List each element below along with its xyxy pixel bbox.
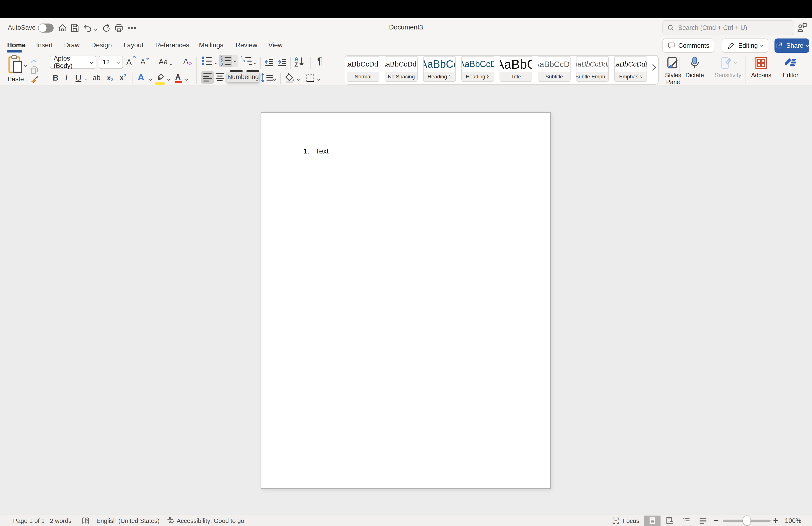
text-effects-dropdown-icon[interactable]: [149, 77, 152, 81]
strikethrough-button[interactable]: ab: [92, 74, 100, 82]
paste-dropdown-icon[interactable]: [24, 63, 27, 68]
focus-label[interactable]: Focus: [623, 517, 639, 525]
outline-view-button[interactable]: [679, 515, 695, 526]
zoom-out-button[interactable]: −: [714, 515, 719, 526]
spellcheck-icon[interactable]: [81, 516, 90, 526]
print-layout-view-button[interactable]: [644, 515, 661, 526]
show-paragraph-marks-button[interactable]: ¶: [317, 56, 322, 66]
change-case-button[interactable]: Aa: [159, 57, 168, 66]
change-case-dropdown-icon[interactable]: [170, 62, 172, 66]
dictate-mic-icon: [689, 56, 701, 70]
highlight-dropdown-icon[interactable]: [168, 77, 170, 81]
search-box[interactable]: [663, 20, 794, 35]
zoom-slider-thumb[interactable]: [743, 515, 751, 526]
shrink-font-button[interactable]: A: [141, 57, 145, 66]
tab-design[interactable]: Design: [91, 41, 112, 49]
decrease-indent-icon[interactable]: [264, 57, 274, 67]
comment-bubble-icon: [667, 42, 676, 49]
small-divider: [310, 57, 310, 69]
sort-button[interactable]: A Z: [294, 56, 304, 68]
copy-icon[interactable]: [30, 66, 39, 75]
comments-button[interactable]: Comments: [663, 39, 714, 53]
increase-indent-icon[interactable]: [277, 57, 287, 67]
style-no-spacing[interactable]: AaBbCcDdENo Spacing: [385, 56, 418, 82]
bullets-dropdown-icon[interactable]: [215, 61, 217, 65]
borders-button[interactable]: [305, 73, 315, 83]
style-subtitle[interactable]: AaBbCcDdSubtitle: [538, 56, 570, 82]
style-subtle-emphasis[interactable]: AaBbCcDdESubtle Emph...: [576, 56, 609, 82]
accessibility-status[interactable]: Accessibility: Good to go: [177, 517, 244, 525]
bold-button[interactable]: B: [53, 73, 59, 83]
search-icon: [667, 24, 675, 32]
share-label: Share: [786, 42, 803, 49]
zoom-level[interactable]: 100%: [785, 517, 801, 525]
font-color-button[interactable]: A: [175, 73, 181, 82]
borders-dropdown-icon[interactable]: [318, 77, 320, 81]
style-heading-2[interactable]: AaBbCcDHeading 2: [461, 56, 494, 82]
paste-button[interactable]: [8, 55, 23, 74]
word-count[interactable]: 2 words: [50, 517, 71, 525]
editor-icon: [784, 56, 798, 70]
align-left-button-selected[interactable]: [201, 71, 214, 84]
style-emphasis[interactable]: AaBbCcDdEEmphasis: [614, 56, 647, 82]
numbered-list-line[interactable]: 1. Text: [303, 147, 329, 155]
line-spacing-dropdown-icon[interactable]: [274, 77, 276, 81]
superscript-button[interactable]: x2: [120, 73, 126, 82]
editor-button[interactable]: Editor: [779, 56, 802, 79]
group-divider: [196, 57, 197, 84]
addins-button[interactable]: Add-ins: [749, 56, 773, 79]
draft-view-button[interactable]: [695, 515, 711, 526]
font-name-select[interactable]: Aptos (Body): [50, 56, 97, 69]
tab-mailings[interactable]: Mailings: [199, 41, 223, 49]
font-size-dropdown-icon: [117, 61, 120, 64]
multilevel-dropdown-icon[interactable]: [254, 61, 256, 65]
tab-home[interactable]: Home: [7, 41, 26, 49]
document-page[interactable]: 1. Text: [261, 112, 551, 489]
italic-button[interactable]: I: [65, 73, 68, 82]
shading-dropdown-icon[interactable]: [297, 77, 300, 81]
line-spacing-button[interactable]: [261, 73, 273, 83]
underline-dropdown-icon[interactable]: [85, 77, 87, 81]
styles-pane-button[interactable]: Styles Pane: [660, 56, 686, 86]
grow-font-button[interactable]: A: [126, 57, 132, 67]
shading-button[interactable]: [285, 73, 295, 83]
numbering-button-selected[interactable]: 1 2 3: [219, 55, 232, 67]
person-chat-icon[interactable]: [796, 22, 808, 34]
editing-label: Editing: [738, 42, 758, 49]
text-effects-button[interactable]: A: [138, 72, 144, 83]
multilevel-list-button[interactable]: 1 a i: [241, 57, 252, 65]
active-tab-indicator: [6, 51, 22, 53]
bullets-button[interactable]: [202, 57, 212, 65]
tab-references[interactable]: References: [155, 41, 189, 49]
numbering-dropdown-icon[interactable]: [232, 55, 238, 67]
cut-icon[interactable]: ✂: [30, 56, 37, 66]
format-painter-icon[interactable]: [30, 75, 40, 86]
style-heading-1[interactable]: AaBbCcHeading 1: [423, 56, 456, 82]
align-center-button[interactable]: [216, 73, 224, 81]
accessibility-icon[interactable]: [166, 516, 175, 526]
language-indicator[interactable]: English (United States): [97, 517, 160, 525]
style-normal[interactable]: AaBbCcDdENormal: [347, 56, 379, 82]
clear-formatting-button[interactable]: A: [183, 57, 188, 66]
tab-draw[interactable]: Draw: [64, 41, 79, 49]
underline-button[interactable]: U: [75, 73, 82, 83]
tab-insert[interactable]: Insert: [36, 41, 53, 49]
small-divider: [132, 73, 132, 84]
font-size-select[interactable]: 12: [99, 56, 123, 69]
font-color-dropdown-icon[interactable]: [186, 77, 188, 81]
search-input[interactable]: [678, 24, 790, 32]
editing-mode-button[interactable]: Editing: [722, 39, 768, 53]
style-title[interactable]: AaBbCTitle: [499, 56, 532, 82]
dictate-button[interactable]: Dictate: [683, 56, 707, 79]
page-indicator[interactable]: Page 1 of 1: [13, 517, 45, 525]
tab-layout[interactable]: Layout: [124, 41, 143, 49]
highlight-color-button[interactable]: [156, 73, 165, 83]
share-button[interactable]: Share: [774, 39, 809, 53]
sensitivity-icon: [720, 56, 737, 70]
focus-icon[interactable]: [612, 516, 620, 526]
tab-view[interactable]: View: [268, 41, 282, 49]
zoom-in-button[interactable]: +: [773, 515, 778, 526]
subscript-button[interactable]: x2: [107, 74, 113, 82]
tab-review[interactable]: Review: [235, 41, 257, 49]
web-layout-view-button[interactable]: [662, 515, 678, 526]
